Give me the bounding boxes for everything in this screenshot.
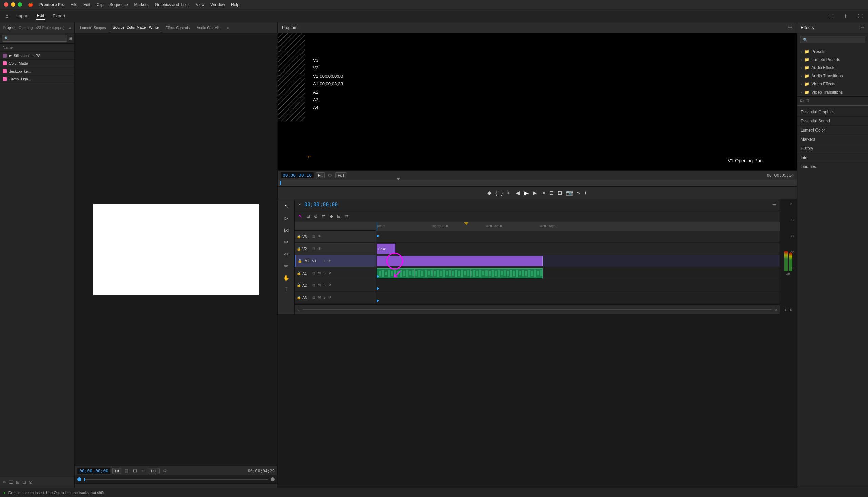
ripple-edit-icon[interactable]: ⋈ <box>282 226 290 235</box>
panel-item-essential-sound[interactable]: Essential Sound <box>797 116 868 125</box>
timeline-close-icon[interactable]: ✕ <box>298 202 301 207</box>
menu-help[interactable]: Help <box>231 2 239 7</box>
a2-mic-icon[interactable]: 🎙 <box>328 283 332 287</box>
menu-graphics[interactable]: Graphics and Titles <box>155 2 190 7</box>
icon-view-icon[interactable]: ⊞ <box>16 480 20 485</box>
effects-search-input[interactable] <box>800 36 865 43</box>
timeline-menu-icon[interactable]: ☰ <box>773 202 776 207</box>
menu-markers[interactable]: Markers <box>134 2 148 7</box>
program-mark-in[interactable]: { <box>495 190 497 196</box>
select-tool-icon[interactable]: ↖ <box>282 202 290 211</box>
program-play[interactable]: ▶ <box>524 189 529 197</box>
tab-effect-controls[interactable]: Effect Controls <box>163 25 192 31</box>
timeline-multitrack-icon[interactable]: ⊡ <box>305 213 311 220</box>
program-quality-dropdown[interactable]: Full <box>335 172 346 178</box>
a1-mic-icon[interactable]: 🎙 <box>328 271 332 275</box>
timeline-timecode[interactable]: 00;00;00;00 <box>304 202 338 208</box>
home-icon[interactable]: ⌂ <box>5 13 9 19</box>
program-fit-dropdown[interactable]: Fit <box>316 172 325 178</box>
panel-item-history[interactable]: History <box>797 144 868 153</box>
a2-m-icon[interactable]: M <box>317 283 321 287</box>
slip-tool-icon[interactable]: ⇔ <box>282 250 290 259</box>
program-lift[interactable]: ⊡ <box>549 189 554 196</box>
v1-merge-icon[interactable]: ⊡ <box>322 259 326 263</box>
project-item-firefly[interactable]: Firefly_Ligh... <box>0 75 74 83</box>
menu-window[interactable]: Window <box>210 2 225 7</box>
timeline-marker-icon[interactable]: ◆ <box>329 213 334 220</box>
timeline-snap-icon[interactable]: ⊕ <box>313 213 319 220</box>
list-view-icon[interactable]: ☰ <box>9 480 13 485</box>
fullscreen-icon[interactable]: ⛶ <box>829 13 834 19</box>
menu-view[interactable]: View <box>196 2 205 7</box>
a2-s-icon[interactable]: S <box>323 283 326 287</box>
apple-menu[interactable]: 🍎 <box>28 2 33 7</box>
source-timecode[interactable]: 00;00;00;00 <box>77 468 111 474</box>
workspace-import[interactable]: Import <box>16 12 29 20</box>
v2-lock-icon[interactable]: 🔒 <box>297 247 301 251</box>
a1-merge-icon[interactable]: ⊡ <box>312 271 316 275</box>
tab-source[interactable]: Source: Color Matte - White <box>110 25 161 31</box>
effects-menu-icon[interactable]: ☰ <box>860 25 865 30</box>
a2-merge-icon[interactable]: ⊡ <box>312 283 316 287</box>
a1-lock-icon[interactable]: 🔒 <box>297 271 301 275</box>
razor-tool-icon[interactable]: ✂ <box>282 238 290 247</box>
source-settings-icon[interactable]: ⚙ <box>162 468 168 474</box>
program-add[interactable]: + <box>584 190 587 196</box>
program-camera[interactable]: 📷 <box>566 189 573 196</box>
panel-item-essential-graphics[interactable]: Essential Graphics <box>797 107 868 116</box>
settings-icon[interactable]: ⊙ <box>29 480 32 485</box>
source-scrubber[interactable] <box>75 475 278 483</box>
menu-clip[interactable]: Clip <box>97 2 104 7</box>
new-item-icon[interactable]: ✏ <box>3 480 6 485</box>
menu-file[interactable]: File <box>71 2 77 7</box>
a1-m-icon[interactable]: M <box>317 271 321 275</box>
clip-color-matte-v2[interactable]: Color <box>377 244 395 254</box>
program-settings-icon[interactable]: ⚙ <box>327 172 333 178</box>
v3-lock-icon[interactable]: 🔒 <box>297 235 301 238</box>
a2-lock-icon[interactable]: 🔒 <box>297 283 301 287</box>
source-frame-icon[interactable]: ⊡ <box>123 468 130 474</box>
program-extract[interactable]: ⊞ <box>558 189 562 196</box>
panel-item-lumetri-color[interactable]: Lumetri Color <box>797 125 868 134</box>
v1-lock-icon[interactable]: 🔒 <box>298 259 302 263</box>
a3-s-icon[interactable]: S <box>323 295 326 300</box>
timeline-bottom-circle-left[interactable]: ○ <box>297 308 300 312</box>
clip-audio-a1[interactable] <box>377 268 543 278</box>
timeline-bottom-circle-right[interactable]: ○ <box>775 308 777 312</box>
effects-item-presets[interactable]: › 📁 Presets <box>797 47 868 56</box>
minimize-button[interactable] <box>11 2 15 7</box>
source-export-icon[interactable]: ⇤ <box>140 468 147 474</box>
timeline-waveform-icon[interactable]: ≋ <box>344 213 350 220</box>
v2-merge-icon[interactable]: ⊡ <box>312 246 316 251</box>
track-select-tool-icon[interactable]: ⊳ <box>282 214 290 223</box>
a3-merge-icon[interactable]: ⊡ <box>312 295 316 300</box>
pen-tool-icon[interactable]: ✏ <box>282 261 290 271</box>
program-mark-out[interactable]: } <box>501 190 503 196</box>
program-more[interactable]: » <box>577 190 580 196</box>
share-icon[interactable]: ⬆ <box>843 13 848 19</box>
source-fit-dropdown[interactable]: Fit <box>113 468 121 474</box>
a3-mic-icon[interactable]: 🎙 <box>328 295 332 300</box>
program-go-next[interactable]: ⇥ <box>541 189 545 196</box>
program-scrubber-bar[interactable] <box>278 180 796 186</box>
v2-eye-icon[interactable]: 👁 <box>317 246 322 251</box>
effects-item-lumetri[interactable]: › 📁 Lumetri Presets <box>797 56 868 64</box>
a1-s-icon[interactable]: S <box>323 271 326 275</box>
close-button[interactable] <box>4 2 9 7</box>
program-menu-icon[interactable]: ☰ <box>788 25 792 30</box>
program-step-back[interactable]: ◀ <box>516 189 520 196</box>
project-item-colormatte[interactable]: Color Matte <box>0 60 74 68</box>
timeline-scroll-bar[interactable] <box>303 309 772 310</box>
timeline-scale-icon[interactable]: ⊞ <box>336 213 342 220</box>
hand-tool-icon[interactable]: ✋ <box>281 273 291 282</box>
program-marker[interactable]: ◆ <box>487 189 491 196</box>
v1-eye-icon[interactable]: 👁 <box>327 259 332 263</box>
source-safe-icon[interactable]: ⊞ <box>132 468 138 474</box>
maximize-button[interactable] <box>18 2 22 7</box>
project-search-input[interactable] <box>2 35 68 42</box>
clip-main-video[interactable] <box>377 256 543 266</box>
workspace-edit[interactable]: Edit <box>36 12 45 20</box>
panel-item-libraries[interactable]: Libraries <box>797 162 868 171</box>
bin-icon[interactable]: ⊡ <box>23 480 26 485</box>
v3-eye-icon[interactable]: 👁 <box>317 234 322 239</box>
